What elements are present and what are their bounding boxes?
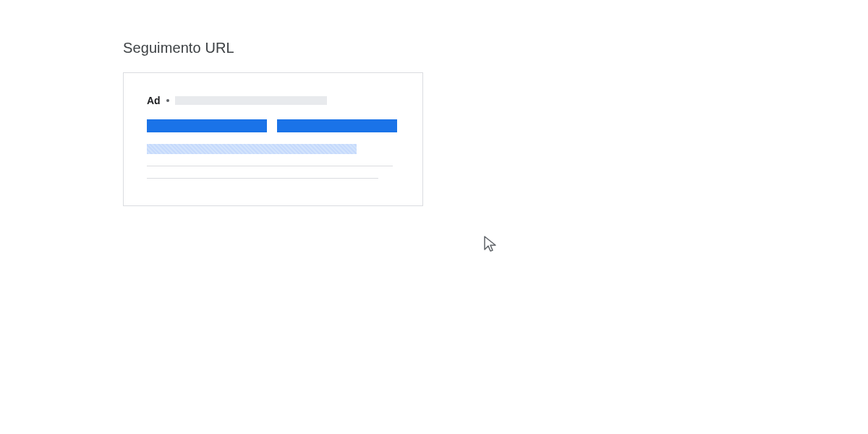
ad-label: Ad <box>147 95 161 106</box>
section-title: Seguimento URL <box>123 40 423 56</box>
headline-placeholder-1 <box>147 119 267 132</box>
ad-preview-card: Ad <box>123 72 423 206</box>
description-line-2 <box>147 178 378 179</box>
description-line-1 <box>147 166 393 166</box>
path-placeholder <box>147 144 357 154</box>
headline-row <box>147 119 399 132</box>
separator-dot <box>166 99 169 102</box>
headline-placeholder-2 <box>277 119 397 132</box>
cursor-icon <box>483 235 501 257</box>
ad-header-row: Ad <box>147 95 399 106</box>
display-url-placeholder <box>175 96 327 105</box>
